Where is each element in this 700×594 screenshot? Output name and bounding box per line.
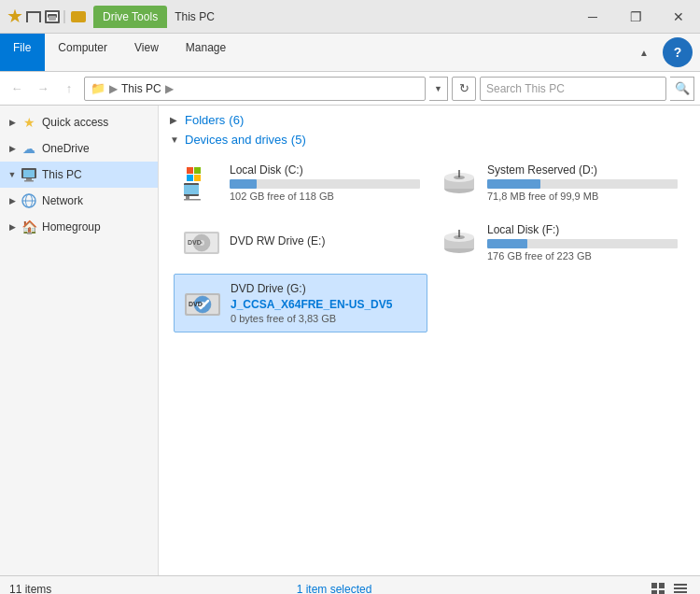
devices-section-header[interactable]: ▼ Devices and drives (5): [170, 133, 689, 147]
sidebar-label-homegroup: Homegroup: [42, 220, 101, 233]
svg-rect-37: [651, 583, 657, 588]
undo-icon: [71, 11, 86, 22]
breadcrumb-separator: ▶: [109, 82, 118, 95]
refresh-button[interactable]: ↻: [452, 77, 476, 101]
expand-icon-this-pc: ▼: [6, 168, 19, 181]
svg-rect-8: [184, 185, 199, 194]
drive-e-icon: DVD: [181, 222, 222, 262]
drive-c-free: 102 GB free of 118 GB: [230, 191, 420, 202]
drive-f-icon: [439, 222, 480, 262]
content-area: ▶ Folders (6) ▼ Devices and drives (5): [159, 106, 700, 575]
drive-g-free: 0 bytes free of 3,83 GB: [231, 313, 419, 324]
sidebar-item-homegroup[interactable]: ▶ 🏠 Homegroup: [0, 214, 158, 240]
restore-button[interactable]: ❐: [614, 0, 657, 34]
address-dropdown-button[interactable]: ▼: [429, 77, 448, 101]
details-view-button[interactable]: [670, 579, 691, 595]
new-folder-icon: [26, 11, 41, 22]
folders-section-header[interactable]: ▶ Folders (6): [170, 113, 689, 127]
status-bar: 11 items 1 item selected: [0, 575, 700, 594]
window-title: This PC: [175, 10, 215, 23]
expand-icon-network: ▶: [6, 194, 19, 207]
svg-rect-13: [187, 175, 193, 181]
sidebar-item-network[interactable]: ▶ Network: [0, 188, 158, 214]
close-button[interactable]: ✕: [657, 0, 700, 34]
drives-grid: Local Disk (C:) 102 GB free of 118 GB: [170, 152, 689, 334]
drive-d-free: 71,8 MB free of 99,9 MB: [487, 191, 678, 202]
drive-c-info: Local Disk (C:) 102 GB free of 118 GB: [230, 163, 420, 202]
status-selected: 1 item selected: [297, 583, 372, 595]
svg-rect-40: [659, 590, 665, 595]
svg-rect-43: [674, 591, 687, 593]
expand-icon-homegroup: ▶: [6, 220, 19, 233]
devices-toggle-icon: ▼: [170, 134, 181, 145]
search-button[interactable]: 🔍: [670, 77, 694, 101]
drive-tools-tab[interactable]: Drive Tools: [93, 6, 167, 28]
search-placeholder: Search This PC: [486, 82, 565, 95]
svg-rect-14: [194, 175, 201, 181]
star-icon: ★: [21, 114, 37, 131]
drive-g-icon: DVD: [182, 284, 223, 323]
breadcrumb-arrow: ▶: [165, 82, 174, 95]
drive-f-free: 176 GB free of 223 GB: [487, 250, 678, 262]
ribbon-spacer: [240, 34, 633, 71]
svg-rect-42: [674, 587, 687, 589]
help-button[interactable]: ?: [663, 37, 693, 67]
drive-g-name: DVD Drive (G:): [231, 282, 419, 295]
drive-g[interactable]: DVD DVD Drive (G:) J_CCSA_X64FRE_EN-US_D…: [174, 274, 427, 332]
tab-manage[interactable]: Manage: [173, 34, 240, 71]
network-icon: [21, 192, 37, 209]
drive-g-sublabel: J_CCSA_X64FRE_EN-US_DV5: [231, 298, 419, 311]
expand-icon-onedrive: ▶: [6, 142, 19, 155]
main-layout: ▶ ★ Quick access ▶ ☁ OneDrive ▼ This PC: [0, 106, 700, 575]
ribbon-collapse-button[interactable]: ▲: [633, 34, 655, 71]
tab-view[interactable]: View: [121, 34, 173, 71]
drive-d-fill: [487, 179, 540, 189]
ribbon: File Computer View Manage ▲ ?: [0, 34, 700, 72]
drive-d[interactable]: System Reserved (D:) 71,8 MB free of 99,…: [431, 154, 685, 210]
drive-e-info: DVD RW Drive (E:): [230, 234, 420, 250]
devices-count: (5): [291, 133, 306, 147]
title-bar: Drive Tools This PC ─ ❐ ✕: [0, 0, 700, 34]
address-bar: ← → ↑ 📁 ▶ This PC ▶ ▼ ↻ Search This PC 🔍: [0, 72, 700, 106]
drive-f-name: Local Disk (F:): [487, 223, 678, 236]
tab-computer[interactable]: Computer: [45, 34, 121, 71]
svg-rect-1: [23, 170, 35, 177]
devices-title: Devices and drives: [185, 133, 287, 147]
drive-c[interactable]: Local Disk (C:) 102 GB free of 118 GB: [174, 154, 427, 210]
svg-rect-39: [651, 590, 657, 595]
svg-rect-9: [186, 196, 189, 199]
svg-rect-3: [24, 180, 34, 182]
forward-button[interactable]: →: [32, 78, 54, 100]
drive-d-name: System Reserved (D:): [487, 163, 678, 177]
cloud-icon: ☁: [21, 140, 37, 157]
large-icons-view-button[interactable]: [648, 579, 668, 595]
separator: [63, 10, 67, 23]
drive-d-info: System Reserved (D:) 71,8 MB free of 99,…: [487, 163, 678, 202]
address-path[interactable]: 📁 ▶ This PC ▶: [84, 77, 426, 101]
drive-f-fill: [487, 239, 527, 248]
pc-icon: [21, 166, 37, 183]
home-icon: 🏠: [21, 219, 37, 235]
sidebar-item-onedrive[interactable]: ▶ ☁ OneDrive: [0, 135, 158, 162]
tab-file[interactable]: File: [0, 34, 45, 71]
expand-icon: ▶: [6, 116, 19, 129]
sidebar-item-quick-access[interactable]: ▶ ★ Quick access: [0, 109, 158, 135]
sidebar: ▶ ★ Quick access ▶ ☁ OneDrive ▼ This PC: [0, 106, 159, 575]
title-bar-icons: [0, 9, 93, 24]
view-controls: [648, 579, 691, 595]
search-box[interactable]: Search This PC: [480, 77, 666, 101]
folders-count: (6): [229, 113, 244, 127]
sidebar-item-this-pc[interactable]: ▼ This PC: [0, 162, 158, 188]
drive-f-info: Local Disk (F:) 176 GB free of 223 GB: [487, 223, 678, 262]
svg-rect-2: [26, 178, 32, 180]
up-button[interactable]: ↑: [58, 78, 80, 100]
folders-title: Folders: [185, 113, 225, 127]
drive-d-bar: [487, 179, 678, 189]
drive-f[interactable]: Local Disk (F:) 176 GB free of 223 GB: [431, 214, 685, 270]
sidebar-label-onedrive: OneDrive: [42, 142, 90, 155]
minimize-button[interactable]: ─: [571, 0, 614, 34]
drive-f-bar: [487, 239, 678, 248]
drive-e[interactable]: DVD DVD RW Drive (E:): [174, 214, 427, 270]
sidebar-label-network: Network: [42, 194, 83, 207]
back-button[interactable]: ←: [6, 78, 28, 100]
